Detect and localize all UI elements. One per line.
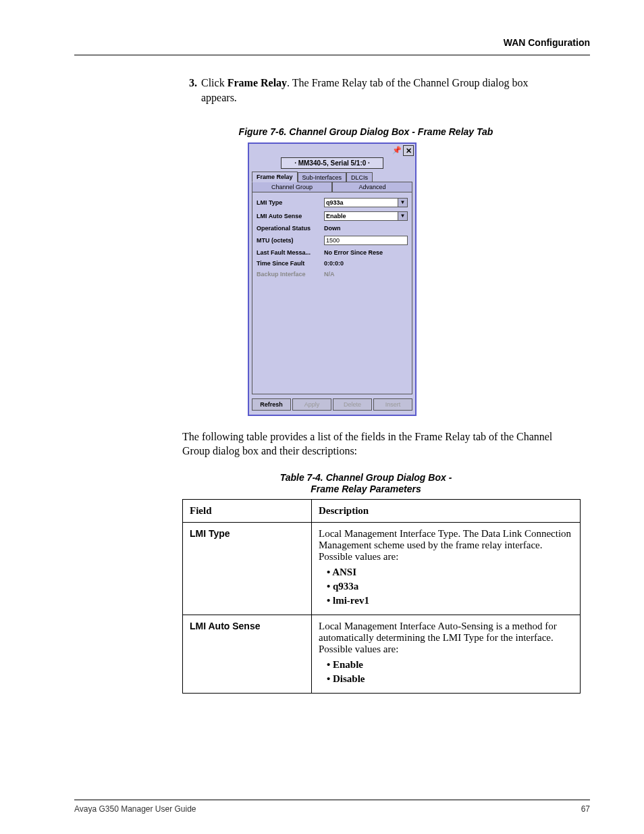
lmi-type-select[interactable]: q933a (324, 198, 398, 207)
table-intro: The following table provides a list of t… (182, 429, 576, 459)
row2-field: LMI Auto Sense (190, 621, 261, 631)
tab-advanced[interactable]: Advanced (332, 182, 412, 192)
apply-button[interactable]: Apply (292, 398, 331, 411)
refresh-button[interactable]: Refresh (252, 398, 291, 411)
table-caption-line1: Table 7-4. Channel Group Dialog Box - (280, 472, 452, 483)
row1-field: LMI Type (190, 528, 230, 539)
lmi-type-label: LMI Type (257, 199, 324, 206)
row2-bullet: Enable (327, 659, 573, 671)
backup-interface-label: Backup Interface (257, 271, 324, 278)
row1-desc: Local Management Interface Type. The Dat… (319, 528, 573, 563)
time-since-fault-label: Time Since Fault (257, 260, 324, 267)
step-bold: Frame Relay (227, 77, 287, 88)
step-prefix: Click (201, 77, 227, 88)
page-footer: Avaya G350 Manager User Guide 67 (74, 800, 590, 814)
row1-bullet: q933a (327, 581, 573, 592)
figure-caption: Figure 7-6. Channel Group Dialog Box - F… (142, 126, 590, 137)
table-row: LMI Auto Sense Local Management Interfac… (183, 615, 581, 693)
step-number: 3. (189, 76, 197, 106)
footer-page-number: 67 (581, 804, 590, 814)
operational-status-label: Operational Status (257, 225, 324, 232)
last-fault-label: Last Fault Messa... (257, 249, 324, 256)
lmi-auto-sense-label: LMI Auto Sense (257, 213, 324, 219)
insert-button[interactable]: Insert (373, 398, 412, 411)
tab-dlcis[interactable]: DLCIs (346, 172, 373, 182)
table-caption-line2: Frame Relay Parameters (311, 484, 421, 494)
time-since-fault-value: 0:0:0:0 (324, 260, 344, 267)
table-caption: Table 7-4. Channel Group Dialog Box - Fr… (142, 472, 590, 495)
operational-status-value: Down (324, 225, 341, 232)
close-icon[interactable]: ✕ (403, 145, 414, 156)
row2-bullet: Disable (327, 673, 573, 685)
th-field: Field (183, 499, 312, 522)
mtu-label: MTU (octets) (257, 237, 324, 244)
dialog-breadcrumb: · MM340-5, Serial 5/1:0 · (281, 157, 383, 169)
th-description: Description (312, 499, 581, 522)
row2-desc: Local Management Interface Auto-Sensing … (319, 621, 573, 655)
chevron-down-icon[interactable]: ▼ (398, 198, 408, 207)
step-text: Click Frame Relay. The Frame Relay tab o… (201, 76, 563, 106)
footer-left: Avaya G350 Manager User Guide (74, 804, 196, 814)
step-3: 3. Click Frame Relay. The Frame Relay ta… (189, 76, 563, 106)
dialog-panel: LMI Type q933a ▼ LMI Auto Sense Enable ▼… (252, 192, 412, 394)
chevron-down-icon[interactable]: ▼ (398, 211, 408, 221)
last-fault-value: No Error Since Rese (324, 249, 383, 256)
tab-sub-interfaces[interactable]: Sub-Interfaces (298, 172, 347, 182)
lmi-auto-sense-select[interactable]: Enable (324, 211, 398, 221)
channel-group-dialog: 📌 ✕ · MM340-5, Serial 5/1:0 · Frame Rela… (248, 142, 417, 416)
row1-bullet: ANSI (327, 567, 573, 578)
table-row: LMI Type Local Management Interface Type… (183, 522, 581, 615)
mtu-input[interactable] (324, 236, 408, 245)
tab-frame-relay[interactable]: Frame Relay (252, 172, 298, 182)
parameters-table: Field Description LMI Type Local Managem… (182, 499, 581, 694)
pin-icon[interactable]: 📌 (392, 145, 402, 155)
row1-bullet: lmi-rev1 (327, 595, 573, 606)
delete-button[interactable]: Delete (333, 398, 372, 411)
tab-channel-group[interactable]: Channel Group (252, 182, 332, 192)
backup-interface-value: N/A (324, 271, 335, 278)
page-header: WAN Configuration (74, 37, 590, 55)
